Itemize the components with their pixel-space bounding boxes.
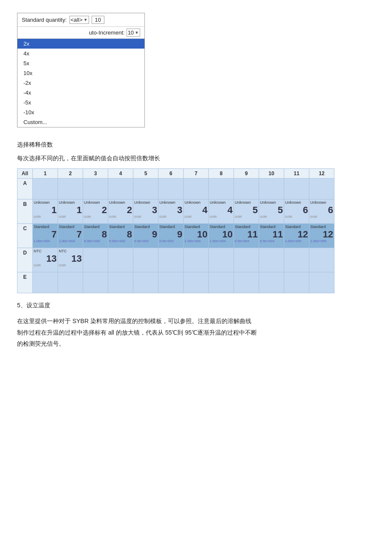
cell-c7[interactable]: Standard101.00e+004 [184,224,209,248]
cell-e8[interactable] [209,272,234,293]
cell-d2[interactable]: NTC130/0R [58,248,83,272]
dropdown-item-10x[interactable]: 10x [17,68,144,78]
cell-a6[interactable] [159,179,184,199]
cell-e10[interactable] [259,272,284,293]
dropdown-item-4x[interactable]: 4x [17,49,144,58]
cell-c8[interactable]: Standard101.00e+004 [209,224,234,248]
cell-a10[interactable] [259,179,284,199]
all-select-box[interactable]: <all> ▼ [69,16,89,24]
col-header-8: 8 [209,169,234,179]
cell-c9[interactable]: Standard110.5e+004 [234,224,259,248]
cell-c4[interactable]: Standard85.00e+002 [108,224,133,248]
cell-c6[interactable]: Standard90.5e+002 [159,224,184,248]
cell-a2[interactable] [58,179,83,199]
row-header-d: D [17,248,33,272]
cell-c10[interactable]: Standard110.5e+004 [259,224,284,248]
cell-c2[interactable]: Standard71.00e+004 [58,224,83,248]
cell-b9[interactable]: Unknown50/0R [234,199,259,224]
plate-table: All 1 2 3 4 5 6 7 8 9 10 11 12 A [17,168,334,293]
cell-d8[interactable] [209,248,234,272]
cell-d4[interactable] [108,248,133,272]
quantity-number[interactable]: 10 [92,16,104,24]
col-header-1: 1 [33,169,58,179]
cell-d5[interactable] [133,248,159,272]
cell-b11[interactable]: Unknown60/0R [284,199,309,224]
col-header-2: 2 [58,169,83,179]
cell-d10[interactable] [259,248,284,272]
cell-b1[interactable]: Unknown10/0R [33,199,58,224]
cell-d6[interactable] [159,248,184,272]
cell-d1[interactable]: NTC130/0R [33,248,58,272]
cell-a1[interactable] [33,179,58,199]
cell-b6[interactable]: Unknown30/0R [159,199,184,224]
cell-b2[interactable]: Unknown10/0R [58,199,83,224]
row-header-e: E [17,272,33,293]
dropdown-panel: Standard quantity: <all> ▼ 10 uto-Increm… [17,13,145,127]
cell-c1[interactable]: Standard71.00e+004 [33,224,58,248]
cell-d11[interactable] [284,248,309,272]
cell-a4[interactable] [108,179,133,199]
cell-b5[interactable]: Unknown30/0R [133,199,159,224]
cell-b3[interactable]: Unknown20/0R [83,199,108,224]
caption-dilution: 选择稀释倍数 [17,141,375,149]
table-row: E [17,272,334,293]
col-header-4: 4 [108,169,133,179]
cell-a9[interactable] [234,179,259,199]
cell-e6[interactable] [159,272,184,293]
cell-d12[interactable] [309,248,334,272]
dropdown-item-neg2x[interactable]: -2x [17,78,144,88]
cell-c11[interactable]: Standard121.00e+005 [284,224,309,248]
table-row: C Standard71.00e+004 Standard71.00e+004 … [17,224,334,248]
cell-e3[interactable] [83,272,108,293]
cell-b8[interactable]: Unknown40/0R [209,199,234,224]
cell-e11[interactable] [284,272,309,293]
cell-e4[interactable] [108,272,133,293]
standard-quantity-label: Standard quantity: [22,17,67,23]
col-header-10: 10 [259,169,284,179]
cell-a7[interactable] [184,179,209,199]
dropdown-item-5x[interactable]: 5x [17,58,144,68]
section5-body: 在这里提供一种对于 SYBR 染料常用的温度的控制模板，可以参照。注意最后的溶解… [17,315,375,350]
cell-c12[interactable]: Standard121.00e+005 [309,224,334,248]
cell-e9[interactable] [234,272,259,293]
cell-b7[interactable]: Unknown40/0R [184,199,209,224]
cell-e5[interactable] [133,272,159,293]
cell-b12[interactable]: Unknown60/0R [309,199,334,224]
cell-e7[interactable] [184,272,209,293]
dropdown-item-neg4x[interactable]: -4x [17,88,144,98]
auto-increment-select[interactable]: 10 ▼ [127,29,140,37]
cell-e12[interactable] [309,272,334,293]
auto-increment-value: 10 [128,29,134,36]
dropdown-item-custom[interactable]: Custom... [17,117,144,127]
col-header-all: All [17,169,33,179]
cell-a5[interactable] [133,179,159,199]
row-header-a: A [17,179,33,199]
cell-a8[interactable] [209,179,234,199]
cell-a11[interactable] [284,179,309,199]
cell-d9[interactable] [234,248,259,272]
all-select-value: <all> [71,17,83,23]
dropdown-item-neg5x[interactable]: -5x [17,98,144,107]
cell-c5[interactable]: Standard90.5e+002 [133,224,159,248]
table-row: D NTC130/0R NTC130/0R [17,248,334,272]
cell-b10[interactable]: Unknown50/0R [259,199,284,224]
dropdown-item-neg10x[interactable]: -10x [17,107,144,117]
cell-e2[interactable] [58,272,83,293]
dropdown-header: Standard quantity: <all> ▼ 10 [17,13,144,27]
cell-d3[interactable] [83,248,108,272]
col-header-9: 9 [234,169,259,179]
cell-d7[interactable] [184,248,209,272]
cell-a12[interactable] [309,179,334,199]
col-header-11: 11 [284,169,309,179]
dilution-dropdown-list: 2x 4x 5x 10x -2x -4x -5x -10x Custom... [17,39,144,127]
chevron-down-icon: ▼ [84,17,88,22]
cell-a3[interactable] [83,179,108,199]
col-header-3: 3 [83,169,108,179]
cell-e1[interactable] [33,272,58,293]
col-header-12: 12 [309,169,334,179]
cell-b4[interactable]: Unknown20/0R [108,199,133,224]
cell-c3[interactable]: Standard85.00e+002 [83,224,108,248]
dropdown-item-2x[interactable]: 2x [17,39,144,49]
table-row: A [17,179,334,199]
col-header-5: 5 [133,169,159,179]
